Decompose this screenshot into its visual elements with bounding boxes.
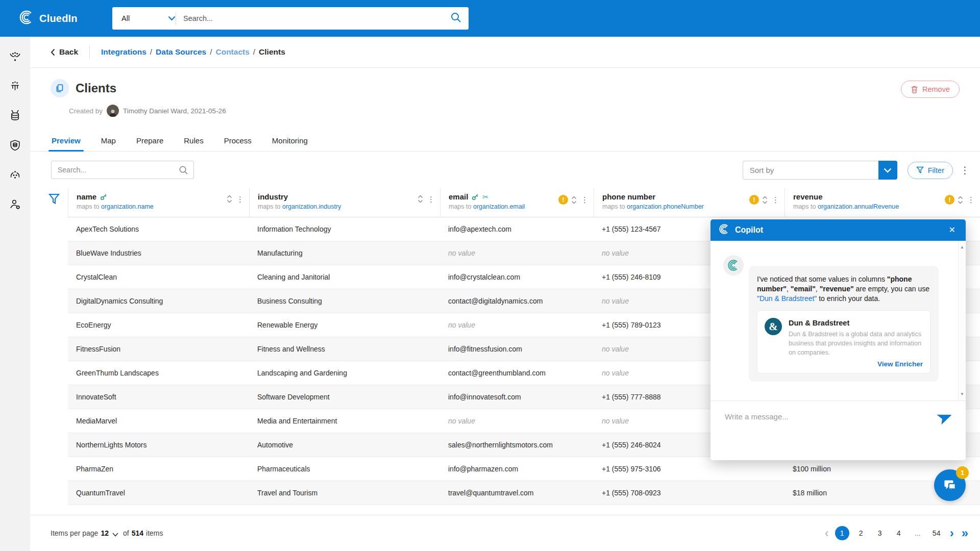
scroll-up-icon[interactable]: ▲ xyxy=(960,245,964,249)
tab-prepare[interactable]: Prepare xyxy=(135,131,164,151)
search-scope-dropdown[interactable]: All xyxy=(112,14,176,23)
table-search-input[interactable] xyxy=(52,166,179,174)
cell-phone: +1 (555) 708-0923 xyxy=(594,489,785,497)
cell-email: info@apextech.com xyxy=(440,225,594,233)
scissors-icon: ✂ xyxy=(482,193,488,201)
global-search-input[interactable] xyxy=(176,14,450,22)
column-label: industry xyxy=(258,192,288,201)
preparation-icon[interactable] xyxy=(8,79,23,94)
search-scope-value: All xyxy=(121,14,164,22)
brand[interactable]: CluedIn xyxy=(19,10,78,27)
global-search: All xyxy=(112,7,469,30)
page-button-3[interactable]: 3 xyxy=(873,526,887,540)
column-menu-icon[interactable]: ⋮ xyxy=(426,195,436,203)
sort-toggle-icon[interactable] xyxy=(762,196,768,204)
column-menu-icon[interactable]: ⋮ xyxy=(580,196,590,204)
items-per-page-value[interactable]: 12 xyxy=(101,529,109,537)
breadcrumb-separator: / xyxy=(253,47,255,57)
key-icon xyxy=(472,193,479,201)
avatar xyxy=(107,105,119,117)
page-button-4[interactable]: 4 xyxy=(892,526,906,540)
remove-button[interactable]: Remove xyxy=(901,81,960,98)
profiling-icon[interactable] xyxy=(8,167,23,183)
page-button-1[interactable]: 1 xyxy=(835,526,849,540)
maps-to-prefix: maps to xyxy=(258,203,280,210)
breadcrumb-data-sources[interactable]: Data Sources xyxy=(156,47,206,57)
cell-name: FitnessFusion xyxy=(68,345,249,353)
cell-industry: Renewable Energy xyxy=(249,321,440,329)
column-menu-icon[interactable]: ⋮ xyxy=(966,196,976,204)
tab-preview[interactable]: Preview xyxy=(51,131,82,151)
copilot-header: Copilot ✕ xyxy=(710,219,966,241)
column-filter-funnel-icon[interactable] xyxy=(48,193,60,208)
no-value-label: no value xyxy=(602,297,629,305)
breadcrumb-current: Clients xyxy=(259,47,285,57)
chevron-down-icon[interactable] xyxy=(112,530,118,538)
cell-industry: Cleaning and Janitorial xyxy=(249,273,440,281)
maps-to-link[interactable]: organization.industry xyxy=(282,203,341,210)
next-page-icon[interactable]: › xyxy=(948,527,955,539)
page-ellipsis: ... xyxy=(911,526,925,540)
column-menu-icon[interactable]: ⋮ xyxy=(771,196,780,204)
send-icon[interactable] xyxy=(937,409,953,428)
pager: ‹ 1234...54 › » xyxy=(823,515,970,551)
scroll-down-icon[interactable]: ▼ xyxy=(960,392,964,396)
sort-by-chevron-button[interactable] xyxy=(878,161,897,180)
sort-toggle-icon[interactable] xyxy=(227,195,232,203)
cell-email: info@innovatesoft.com xyxy=(440,393,594,401)
items-per-page-label: Items per page xyxy=(51,529,98,537)
cell-email: contact@greenthumbland.com xyxy=(440,369,594,377)
last-page-icon[interactable]: » xyxy=(960,527,970,539)
admin-users-icon[interactable] xyxy=(8,197,23,212)
cell-industry: Information Technology xyxy=(249,225,440,233)
sort-by-dropdown[interactable]: Sort by xyxy=(743,161,878,180)
copilot-scrollbar[interactable]: ▲ ▼ xyxy=(958,241,966,400)
page-button-2[interactable]: 2 xyxy=(854,526,868,540)
maps-to-link[interactable]: organization.annualRevenue xyxy=(818,203,899,210)
view-enricher-link[interactable]: View Enricher xyxy=(765,360,923,368)
message-bold: "revenue" xyxy=(820,285,854,293)
page-button-54[interactable]: 54 xyxy=(929,526,944,540)
sort-toggle-icon[interactable] xyxy=(418,195,423,203)
search-icon[interactable] xyxy=(450,12,461,25)
brand-name: CluedIn xyxy=(39,13,78,24)
breadcrumb-integrations[interactable]: Integrations xyxy=(101,47,146,57)
enricher-title: Dun & Bradstreet xyxy=(789,319,927,327)
maps-to-link[interactable]: organization.phoneNumber xyxy=(627,203,704,210)
governance-icon[interactable] xyxy=(8,138,23,153)
sort-by-label: Sort by xyxy=(750,166,774,174)
cell-industry: Media and Entertainment xyxy=(249,417,440,425)
cell-email: no value xyxy=(440,249,594,257)
warning-icon: ! xyxy=(749,195,759,205)
column-header-revenue: revenuemaps to organization.annualRevenu… xyxy=(785,188,980,217)
breadcrumb-contacts[interactable]: Contacts xyxy=(215,47,249,57)
warning-icon: ! xyxy=(945,195,954,205)
tab-process[interactable]: Process xyxy=(223,131,253,151)
prev-page-icon[interactable]: ‹ xyxy=(823,527,830,539)
tab-rules[interactable]: Rules xyxy=(183,131,204,151)
cell-name: QuantumTravel xyxy=(68,489,249,497)
tab-monitoring[interactable]: Monitoring xyxy=(271,131,309,151)
chat-widget-button[interactable]: 1 xyxy=(934,469,966,501)
dun-bradstreet-link[interactable]: "Dun & Bradstreet" xyxy=(757,294,817,303)
cell-industry: Pharmaceuticals xyxy=(249,465,440,473)
sort-toggle-icon[interactable] xyxy=(958,196,963,204)
datasources-icon[interactable] xyxy=(8,108,23,123)
tab-map[interactable]: Map xyxy=(100,131,117,151)
sort-toggle-icon[interactable] xyxy=(571,196,577,204)
filter-button[interactable]: Filter xyxy=(908,162,953,179)
column-menu-icon[interactable]: ⋮ xyxy=(235,195,245,203)
cell-email: info@crystalclean.com xyxy=(440,273,594,281)
no-value-label: no value xyxy=(602,345,629,353)
maps-to-link[interactable]: organization.email xyxy=(473,203,525,210)
created-by-prefix: Created by xyxy=(69,107,103,115)
toolbar-kebab-icon[interactable]: ⋮ xyxy=(960,164,969,176)
close-icon[interactable]: ✕ xyxy=(947,225,958,235)
cell-name: PharmaZen xyxy=(68,465,249,473)
left-nav-rail xyxy=(0,37,30,551)
back-button[interactable]: Back xyxy=(51,47,78,57)
cell-name: NorthernLights Motors xyxy=(68,441,249,449)
maps-to-link[interactable]: organization.name xyxy=(101,203,154,210)
ingestion-icon[interactable] xyxy=(8,49,23,64)
copilot-message-input[interactable] xyxy=(725,412,919,421)
